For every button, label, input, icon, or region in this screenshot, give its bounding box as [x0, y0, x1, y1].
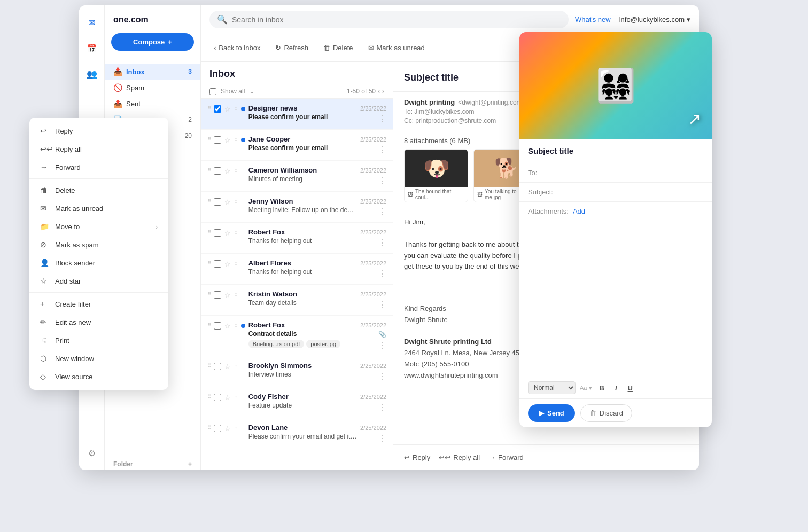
email-more-actions[interactable]: ⋮: [378, 145, 386, 155]
select-all-checkbox[interactable]: [209, 88, 216, 95]
email-checkbox[interactable]: [214, 363, 221, 370]
star-icon[interactable]: ☆: [224, 363, 231, 371]
nav-email-icon[interactable]: ✉: [83, 14, 100, 31]
email-more-actions[interactable]: ⋮: [378, 402, 386, 412]
email-more-actions[interactable]: ⋮: [378, 176, 386, 186]
email-more-actions[interactable]: ⋮: [378, 207, 386, 217]
italic-button[interactable]: I: [612, 382, 620, 394]
star-icon[interactable]: ☆: [224, 229, 231, 237]
sidebar-folder-sent[interactable]: 📤 Sent: [105, 96, 200, 112]
email-checkbox[interactable]: [214, 394, 221, 401]
forward-button[interactable]: → Forward: [488, 451, 524, 464]
email-item[interactable]: ⠿ ☆ ○ Designer news Please confirm your …: [201, 99, 393, 130]
context-menu-item-delete[interactable]: 🗑 Delete: [29, 181, 168, 199]
flag-icon[interactable]: ○: [234, 105, 238, 112]
email-item[interactable]: ⠿ ☆ ○ Devon Lane Please confirm your ema…: [201, 418, 393, 449]
compose-textarea[interactable]: [528, 228, 703, 370]
context-menu-item-block-sender[interactable]: 👤 Block sender: [29, 254, 168, 272]
nav-contacts-icon[interactable]: 👥: [83, 65, 100, 82]
email-item[interactable]: ⠿ ☆ ○ Jane Cooper Please confirm your em…: [201, 130, 393, 161]
email-item[interactable]: ⠿ ☆ ○ Albert Flores Thanks for helping o…: [201, 254, 393, 285]
sort-icon[interactable]: ⌄: [249, 88, 254, 95]
nav-settings-icon[interactable]: ⚙: [83, 444, 100, 461]
email-more-actions[interactable]: ⋮: [378, 269, 386, 279]
email-checkbox[interactable]: [214, 291, 221, 299]
context-menu-item-reply[interactable]: ↩ Reply: [29, 122, 168, 140]
flag-icon[interactable]: ○: [234, 291, 238, 298]
mark-unread-button[interactable]: ✉ Mark as unread: [364, 42, 429, 54]
context-menu-item-mark-as-spam[interactable]: ⊘ Mark as spam: [29, 236, 168, 254]
context-menu-item-edit-as-new[interactable]: ✏ Edit as new: [29, 313, 168, 331]
email-checkbox[interactable]: [214, 425, 221, 432]
star-icon[interactable]: ☆: [224, 105, 231, 113]
flag-icon[interactable]: ○: [234, 363, 238, 369]
flag-icon[interactable]: ○: [234, 425, 238, 431]
star-icon[interactable]: ☆: [224, 136, 231, 144]
email-checkbox[interactable]: [214, 198, 221, 206]
context-menu-item-forward[interactable]: → Forward: [29, 158, 168, 176]
star-icon[interactable]: ☆: [224, 198, 231, 206]
email-checkbox[interactable]: [214, 136, 221, 144]
email-more-actions[interactable]: ⋮: [378, 300, 386, 310]
email-item[interactable]: ⠿ ☆ ○ Cody Fisher Feature update 2/25/20…: [201, 387, 393, 418]
folder-add-icon[interactable]: +: [188, 460, 192, 468]
reply-button[interactable]: ↩ Reply: [404, 451, 430, 464]
flag-icon[interactable]: ○: [234, 229, 238, 236]
reply-all-button[interactable]: ↩↩ Reply all: [439, 451, 480, 464]
show-all-label[interactable]: Show all: [221, 88, 245, 95]
bold-button[interactable]: B: [596, 382, 608, 394]
user-account[interactable]: info@luckybikes.com ▾: [619, 15, 690, 24]
email-item[interactable]: ⠿ ☆ ○ Cameron Williamson Minutes of meet…: [201, 161, 393, 192]
flag-icon[interactable]: ○: [234, 136, 238, 143]
whats-new-link[interactable]: What's new: [575, 15, 611, 24]
star-icon[interactable]: ☆: [224, 322, 231, 330]
email-checkbox[interactable]: [214, 260, 221, 268]
delete-button[interactable]: 🗑 Delete: [319, 42, 358, 54]
star-icon[interactable]: ☆: [224, 394, 231, 402]
nav-calendar-icon[interactable]: 📅: [83, 40, 100, 57]
search-input[interactable]: [232, 15, 561, 24]
flag-icon[interactable]: ○: [234, 260, 238, 267]
star-icon[interactable]: ☆: [224, 167, 231, 175]
underline-button[interactable]: U: [625, 382, 636, 394]
refresh-button[interactable]: ↻ Refresh: [271, 42, 313, 54]
star-icon[interactable]: ☆: [224, 260, 231, 268]
flag-icon[interactable]: ○: [234, 198, 238, 205]
star-icon[interactable]: ☆: [224, 291, 231, 299]
next-page-icon[interactable]: ›: [382, 88, 384, 95]
compose-button[interactable]: Compose +: [111, 33, 194, 51]
star-icon[interactable]: ☆: [224, 425, 231, 433]
context-menu-item-add-star[interactable]: ☆ Add star: [29, 272, 168, 290]
compose-subject-input[interactable]: [570, 188, 703, 196]
email-more-actions[interactable]: ⋮: [378, 371, 386, 381]
email-item[interactable]: ⠿ ☆ ○ Robert Fox Contract details Briefi…: [201, 316, 393, 356]
context-menu-item-new-window[interactable]: ⬡ New window: [29, 349, 168, 367]
email-checkbox[interactable]: [214, 167, 221, 175]
context-menu-item-create-filter[interactable]: + Create filter: [29, 295, 168, 313]
email-checkbox[interactable]: [214, 229, 221, 237]
prev-page-icon[interactable]: ‹: [378, 88, 380, 95]
send-button[interactable]: ▶ Send: [528, 404, 575, 422]
flag-icon[interactable]: ○: [234, 167, 238, 174]
email-checkbox[interactable]: [214, 322, 221, 330]
compose-to-input[interactable]: [570, 169, 703, 177]
context-menu-item-mark-as-unread[interactable]: ✉ Mark as unread: [29, 199, 168, 217]
context-menu-item-reply-all[interactable]: ↩↩ Reply all: [29, 140, 168, 158]
email-item[interactable]: ⠿ ☆ ○ Robert Fox Thanks for helping out …: [201, 223, 393, 254]
email-item[interactable]: ⠿ ☆ ○ Brooklyn Simmons Interview times 2…: [201, 356, 393, 387]
email-item[interactable]: ⠿ ☆ ○ Jenny Wilson Meeting invite: Follo…: [201, 192, 393, 223]
compose-format-select[interactable]: Normal Heading 1 Heading 2: [528, 381, 576, 394]
flag-icon[interactable]: ○: [234, 322, 238, 328]
attachment-1[interactable]: 🐶 🖼 The hound that coul...: [404, 149, 468, 202]
compose-add-attachment[interactable]: Add: [573, 207, 585, 215]
back-to-inbox-button[interactable]: ‹ Back to inbox: [209, 42, 265, 54]
discard-button[interactable]: 🗑 Discard: [580, 404, 632, 422]
context-menu-item-view-source[interactable]: ◇ View source: [29, 367, 168, 386]
email-more-actions[interactable]: ⋮: [378, 238, 386, 248]
email-more-actions[interactable]: ⋮: [378, 340, 386, 350]
sidebar-folder-inbox[interactable]: 📥 Inbox 3: [105, 64, 200, 80]
email-more-actions[interactable]: ⋮: [378, 114, 386, 124]
sidebar-folder-spam[interactable]: 🚫 Spam: [105, 80, 200, 96]
font-size-icon[interactable]: Aa ▾: [580, 385, 592, 392]
email-more-actions[interactable]: ⋮: [378, 433, 386, 443]
